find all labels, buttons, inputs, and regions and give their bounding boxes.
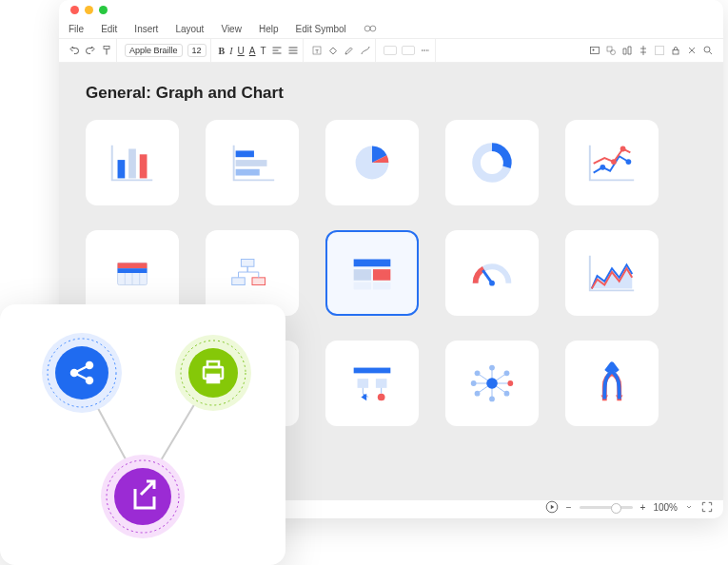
svg-rect-30 [241, 260, 254, 267]
svg-rect-32 [252, 278, 266, 285]
svg-rect-15 [236, 150, 254, 157]
svg-rect-37 [373, 282, 390, 290]
pen-icon[interactable] [344, 45, 355, 56]
svg-rect-33 [354, 260, 391, 267]
font-family-select[interactable]: Apple Braille [125, 44, 183, 57]
menu-layout[interactable]: Layout [175, 24, 204, 34]
fill-icon[interactable] [327, 45, 339, 56]
svg-rect-12 [118, 160, 126, 178]
play-icon[interactable] [545, 500, 559, 514]
svg-point-1 [370, 26, 376, 31]
svg-rect-39 [354, 368, 391, 374]
svg-rect-25 [118, 263, 148, 268]
open-external-node[interactable] [114, 468, 171, 525]
menu-view[interactable]: View [221, 24, 242, 34]
svg-point-0 [364, 26, 370, 31]
card-table-layout[interactable] [325, 230, 419, 316]
window-minimize-button[interactable] [85, 6, 93, 14]
menu-file[interactable]: File [69, 24, 84, 34]
svg-point-51 [486, 378, 498, 389]
svg-point-53 [504, 370, 510, 376]
brand-icon [364, 22, 377, 35]
print-node[interactable] [188, 348, 238, 398]
svg-point-42 [378, 394, 385, 401]
svg-rect-16 [236, 160, 267, 166]
svg-point-54 [507, 380, 513, 386]
svg-rect-31 [232, 278, 246, 285]
chevron-down-icon[interactable] [685, 503, 693, 511]
menu-help[interactable]: Help [259, 24, 279, 34]
share-node[interactable] [55, 346, 108, 399]
search-icon[interactable] [702, 45, 714, 56]
card-calendar[interactable] [86, 230, 179, 316]
card-line-chart[interactable] [565, 120, 659, 205]
svg-point-52 [489, 365, 495, 371]
svg-rect-40 [358, 379, 369, 388]
stroke-color-swatch[interactable] [402, 46, 415, 55]
format-painter-icon[interactable] [101, 45, 112, 56]
line-style-icon[interactable] [420, 45, 431, 56]
card-org-chart[interactable] [206, 230, 299, 316]
svg-point-57 [475, 391, 481, 397]
card-gauge[interactable] [445, 230, 539, 316]
card-pie-chart[interactable] [325, 120, 419, 205]
arrange-icon[interactable] [621, 45, 633, 56]
align-objects-icon[interactable] [638, 45, 649, 56]
menu-insert[interactable]: Insert [134, 24, 158, 34]
svg-rect-34 [354, 269, 371, 281]
svg-rect-17 [236, 169, 260, 176]
zoom-out-button[interactable]: − [566, 502, 572, 513]
lock-icon[interactable] [670, 45, 681, 56]
card-horizontal-bar-chart[interactable] [206, 120, 299, 205]
svg-point-55 [504, 391, 510, 397]
redo-icon[interactable] [85, 45, 96, 56]
group-icon[interactable] [654, 45, 665, 56]
svg-rect-35 [373, 269, 390, 281]
fullscreen-icon[interactable] [700, 500, 714, 514]
fill-color-swatch[interactable] [384, 46, 397, 55]
menu-edit-symbol[interactable]: Edit Symbol [295, 24, 345, 34]
floating-panel [0, 304, 285, 565]
zoom-in-button[interactable]: + [640, 502, 646, 513]
font-color-button[interactable]: A [249, 46, 256, 56]
text-case-button[interactable]: T [260, 46, 266, 56]
svg-point-38 [489, 281, 495, 286]
window-zoom-button[interactable] [99, 6, 108, 14]
card-donut-chart[interactable] [445, 120, 539, 205]
svg-point-8 [611, 50, 616, 55]
svg-rect-9 [656, 47, 664, 55]
undo-icon[interactable] [69, 45, 80, 56]
zoom-level[interactable]: 100% [653, 502, 678, 513]
tools-icon[interactable] [686, 45, 698, 56]
card-network[interactable] [445, 341, 539, 426]
svg-rect-41 [376, 379, 387, 388]
window-close-button[interactable] [70, 6, 79, 14]
svg-point-21 [626, 159, 632, 165]
italic-button[interactable]: I [229, 46, 232, 56]
card-area-chart[interactable] [565, 230, 659, 316]
line-spacing-icon[interactable] [287, 45, 299, 56]
statusbar: − + 100% [536, 496, 723, 518]
svg-point-11 [704, 47, 710, 52]
bold-button[interactable]: B [219, 46, 226, 56]
zoom-slider[interactable] [580, 506, 633, 509]
svg-rect-26 [118, 268, 148, 273]
svg-rect-14 [140, 154, 148, 178]
svg-rect-36 [354, 282, 371, 290]
text-tool-icon[interactable]: T [311, 45, 323, 56]
toolbar: Apple Braille 12 B I U A T T [59, 38, 723, 63]
underline-button[interactable]: U [238, 46, 245, 56]
card-flowchart[interactable] [325, 341, 419, 426]
svg-text:T: T [315, 49, 319, 54]
card-merge-arrows[interactable] [565, 341, 659, 426]
font-size-select[interactable]: 12 [187, 44, 207, 57]
menu-edit[interactable]: Edit [101, 24, 117, 34]
connector-icon[interactable] [360, 45, 371, 56]
svg-rect-74 [207, 375, 219, 382]
shape-icon[interactable] [605, 45, 617, 56]
align-left-icon[interactable] [271, 45, 283, 56]
image-icon[interactable] [589, 45, 600, 56]
card-bar-chart[interactable] [86, 120, 179, 205]
titlebar [59, 0, 723, 19]
svg-rect-5 [591, 48, 600, 54]
